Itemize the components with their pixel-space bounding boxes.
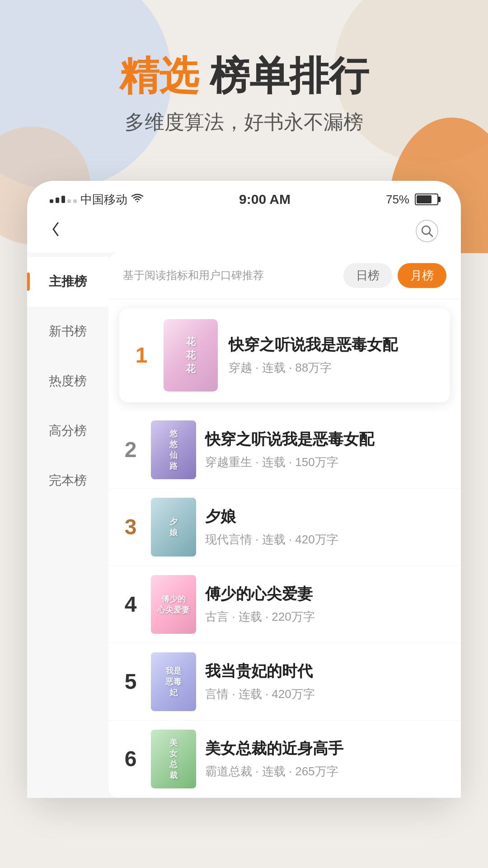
- sidebar-label-new: 新书榜: [49, 324, 87, 338]
- battery-fill: [417, 195, 432, 203]
- search-button[interactable]: [416, 220, 438, 242]
- book-cover-2: 悠悠仙路: [151, 420, 196, 479]
- book-list-item-6[interactable]: 6 美女总裁 美女总裁的近身高手 霸道总裁 · 连载 · 265万字: [108, 721, 461, 798]
- status-signal: 中国移动: [50, 192, 144, 208]
- rank-number-2: 2: [119, 437, 142, 462]
- book-list-item-5[interactable]: 5 我是恶毒妃 我当贵妃的时代 言情 · 连载 · 420万字: [108, 643, 461, 721]
- rank-number-6: 6: [119, 746, 142, 771]
- phone-mockup: 中国移动 9:00 AM 75%: [27, 181, 461, 798]
- book-cover-3: 夕娘: [151, 498, 196, 557]
- hero-title-highlight: 精选: [119, 53, 199, 98]
- status-right: 75%: [386, 193, 438, 207]
- rank-number-5: 5: [119, 669, 142, 694]
- back-button[interactable]: [50, 219, 62, 243]
- featured-book-title: 快穿之听说我是恶毒女配: [229, 335, 439, 354]
- book-meta-3: 现代言情 · 连载 · 420万字: [205, 532, 450, 547]
- book-cover-5: 我是恶毒妃: [151, 652, 196, 711]
- book-cover-6: 美女总裁: [151, 730, 196, 788]
- rank-number-3: 3: [119, 514, 142, 539]
- book-meta-2: 穿越重生 · 连载 · 150万字: [205, 454, 450, 470]
- cover-art-1: 花 花 花: [164, 319, 218, 392]
- hero-title: 精选 榜单排行: [27, 54, 461, 98]
- status-bar: 中国移动 9:00 AM 75%: [27, 181, 461, 215]
- sidebar-item-hot[interactable]: 热度榜: [27, 356, 108, 406]
- book-cover-1: 花 花 花: [164, 319, 218, 392]
- wifi-icon: [131, 193, 144, 207]
- book-title-5: 我当贵妃的时代: [205, 661, 450, 681]
- featured-book-card[interactable]: 1 花 花 花 快穿之听说我是恶毒女配 穿越 · 连载 · 88万字: [119, 308, 450, 402]
- tab-daily-label: 日榜: [356, 269, 380, 282]
- book-title-2: 快穿之听说我是恶毒女配: [205, 429, 450, 449]
- book-list-item-3[interactable]: 3 夕娘 夕娘 现代言情 · 连载 · 420万字: [108, 489, 461, 566]
- hero-subtitle: 多维度算法，好书永不漏榜: [27, 109, 461, 136]
- sidebar-item-score[interactable]: 高分榜: [27, 406, 108, 456]
- book-info-3: 夕娘 现代言情 · 连载 · 420万字: [205, 506, 450, 547]
- rank-number-1: 1: [130, 343, 153, 368]
- rank-number-4: 4: [119, 592, 142, 617]
- battery-icon: [415, 193, 438, 205]
- signal-dot-2: [56, 198, 59, 203]
- filter-description: 基于阅读指标和用户口碑推荐: [123, 268, 343, 283]
- book-cover-4: 傅少的心尖爱妻: [151, 575, 196, 634]
- featured-book-info: 快穿之听说我是恶毒女配 穿越 · 连载 · 88万字: [229, 335, 439, 376]
- hero-title-normal: 榜单排行: [199, 53, 369, 98]
- sidebar-item-complete[interactable]: 完本榜: [27, 456, 108, 505]
- book-list-item-4[interactable]: 4 傅少的心尖爱妻 傅少的心尖爱妻 古言 · 连载 · 220万字: [108, 566, 461, 643]
- sidebar-label-hot: 热度榜: [49, 374, 87, 388]
- content-area: 主推榜 新书榜 热度榜 高分榜 完本榜 基于阅读指标和用户口碑推荐: [27, 252, 461, 798]
- tab-monthly-label: 月榜: [410, 269, 434, 282]
- signal-dot-3: [61, 196, 65, 203]
- book-info-2: 快穿之听说我是恶毒女配 穿越重生 · 连载 · 150万字: [205, 429, 450, 470]
- sidebar: 主推榜 新书榜 热度榜 高分榜 完本榜: [27, 252, 108, 798]
- book-title-6: 美女总裁的近身高手: [205, 738, 450, 758]
- hero-section: 精选 榜单排行 多维度算法，好书永不漏榜: [0, 0, 488, 163]
- sidebar-label-score: 高分榜: [49, 424, 87, 438]
- tab-monthly[interactable]: 月榜: [398, 263, 446, 288]
- sidebar-item-main[interactable]: 主推榜: [27, 257, 108, 307]
- book-info-6: 美女总裁的近身高手 霸道总裁 · 连载 · 265万字: [205, 738, 450, 779]
- tab-daily[interactable]: 日榜: [343, 263, 392, 288]
- battery-percent: 75%: [386, 193, 409, 207]
- book-title-3: 夕娘: [205, 506, 450, 526]
- carrier-text: 中国移动: [80, 192, 127, 208]
- book-list: 2 悠悠仙路 快穿之听说我是恶毒女配 穿越重生 · 连载 · 150万字 3 夕…: [108, 411, 461, 798]
- signal-dot-4: [67, 199, 71, 203]
- book-title-4: 傅少的心尖爱妻: [205, 584, 450, 604]
- status-time: 9:00 AM: [239, 192, 291, 207]
- featured-book-meta: 穿越 · 连载 · 88万字: [229, 360, 439, 376]
- signal-dot-5: [73, 199, 77, 203]
- signal-dots: [50, 196, 77, 203]
- book-meta-5: 言情 · 连载 · 420万字: [205, 686, 450, 702]
- sidebar-label-complete: 完本榜: [49, 473, 87, 487]
- book-list-item-2[interactable]: 2 悠悠仙路 快穿之听说我是恶毒女配 穿越重生 · 连载 · 150万字: [108, 411, 461, 489]
- book-meta-6: 霸道总裁 · 连载 · 265万字: [205, 764, 450, 779]
- filter-bar: 基于阅读指标和用户口碑推荐 日榜 月榜: [108, 252, 461, 299]
- nav-bar: [27, 215, 461, 252]
- main-content: 基于阅读指标和用户口碑推荐 日榜 月榜 1 花 花 花: [108, 252, 461, 798]
- sidebar-label-main: 主推榜: [49, 274, 87, 288]
- book-info-5: 我当贵妃的时代 言情 · 连载 · 420万字: [205, 661, 450, 702]
- book-info-4: 傅少的心尖爱妻 古言 · 连载 · 220万字: [205, 584, 450, 625]
- filter-tabs: 日榜 月榜: [343, 263, 446, 288]
- book-meta-4: 古言 · 连载 · 220万字: [205, 609, 450, 625]
- signal-dot-1: [50, 199, 53, 203]
- sidebar-item-new[interactable]: 新书榜: [27, 307, 108, 356]
- svg-line-1: [429, 233, 432, 236]
